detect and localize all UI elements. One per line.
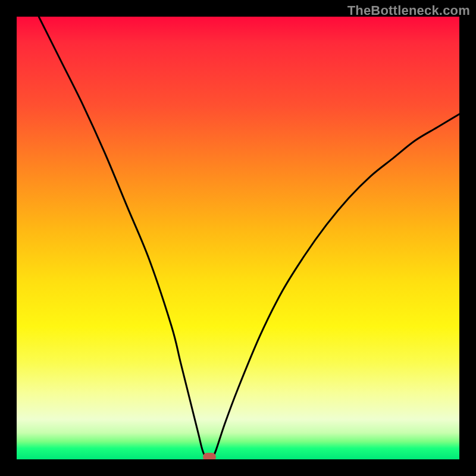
minimum-marker xyxy=(203,453,216,459)
bottleneck-curve xyxy=(39,17,459,459)
chart-frame: TheBottleneck.com xyxy=(0,0,476,476)
plot-area xyxy=(17,17,459,459)
curve-svg xyxy=(17,17,459,459)
